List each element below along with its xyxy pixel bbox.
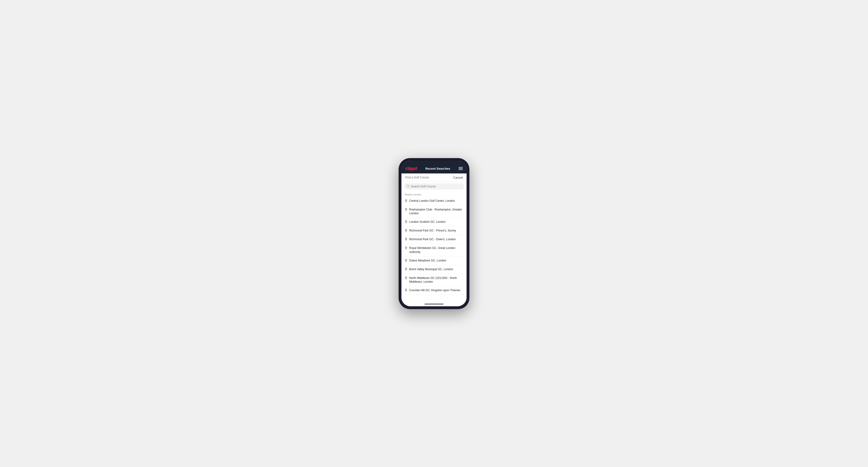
- find-header: Find a Golf Course Cancel: [401, 174, 467, 182]
- phone-device: clippd Recent Searches Find a Golf Cours…: [399, 158, 469, 309]
- pin-icon: [405, 268, 407, 272]
- phone-screen: clippd Recent Searches Find a Golf Cours…: [401, 161, 467, 306]
- course-name: Central London Golf Centre, London: [409, 199, 455, 203]
- nearby-courses-section: Nearby courses Central London Golf Centr…: [401, 191, 467, 302]
- course-list-item[interactable]: Richmond Park GC - Prince's, Surrey: [401, 226, 467, 235]
- cancel-button[interactable]: Cancel: [453, 176, 463, 179]
- search-icon: [407, 185, 409, 188]
- pin-icon: [405, 276, 407, 280]
- nav-bar: clippd Recent Searches: [401, 164, 467, 174]
- nearby-label: Nearby courses: [401, 191, 467, 197]
- app-logo: clippd: [405, 166, 417, 171]
- pin-icon: [405, 199, 407, 203]
- find-label: Find a Golf Course: [405, 176, 429, 179]
- course-list-item[interactable]: Roehampton Club - Roehampton, Greater Lo…: [401, 206, 467, 218]
- search-input[interactable]: [411, 185, 461, 188]
- course-name: Royal Wimbledon GC, Great London Authori…: [409, 246, 463, 254]
- course-name: Dukes Meadows GC, London: [409, 259, 446, 262]
- nav-title: Recent Searches: [426, 167, 450, 170]
- course-name: North Middlesex GC (1011942 - North Midd…: [409, 276, 463, 284]
- course-name: Brent Valley Municipal GC, London: [409, 268, 453, 271]
- course-list-item[interactable]: Coombe Hill GC, Kingston upon Thames: [401, 286, 467, 295]
- course-list-item[interactable]: London Scottish GC, London: [401, 218, 467, 226]
- pin-icon: [405, 289, 407, 292]
- search-container: [401, 182, 467, 191]
- course-list: Central London Golf Centre, London Roeha…: [401, 197, 467, 295]
- svg-line-1: [408, 187, 409, 187]
- content-area: Find a Golf Course Cancel Nearby: [401, 174, 467, 302]
- course-list-item[interactable]: Richmond Park GC - Duke's, London: [401, 235, 467, 244]
- course-name: Richmond Park GC - Prince's, Surrey: [409, 229, 456, 233]
- course-name: London Scottish GC, London: [409, 220, 445, 224]
- pin-icon: [405, 259, 407, 263]
- pin-icon: [405, 238, 407, 242]
- home-bar: [425, 304, 443, 304]
- pin-icon: [405, 246, 407, 250]
- hamburger-menu-icon[interactable]: [459, 167, 463, 170]
- course-list-item[interactable]: Brent Valley Municipal GC, London: [401, 265, 467, 274]
- pin-icon: [405, 208, 407, 212]
- status-bar: [401, 161, 467, 164]
- home-indicator: [401, 302, 467, 306]
- course-list-item[interactable]: Dukes Meadows GC, London: [401, 256, 467, 265]
- course-list-item[interactable]: Royal Wimbledon GC, Great London Authori…: [401, 244, 467, 256]
- course-name: Richmond Park GC - Duke's, London: [409, 238, 456, 241]
- course-name: Coombe Hill GC, Kingston upon Thames: [409, 288, 460, 292]
- course-list-item[interactable]: North Middlesex GC (1011942 - North Midd…: [401, 274, 467, 286]
- pin-icon: [405, 220, 407, 224]
- course-list-item[interactable]: Central London Golf Centre, London: [401, 197, 467, 206]
- search-input-wrapper: [404, 183, 464, 189]
- pin-icon: [405, 229, 407, 233]
- course-name: Roehampton Club - Roehampton, Greater Lo…: [409, 208, 463, 216]
